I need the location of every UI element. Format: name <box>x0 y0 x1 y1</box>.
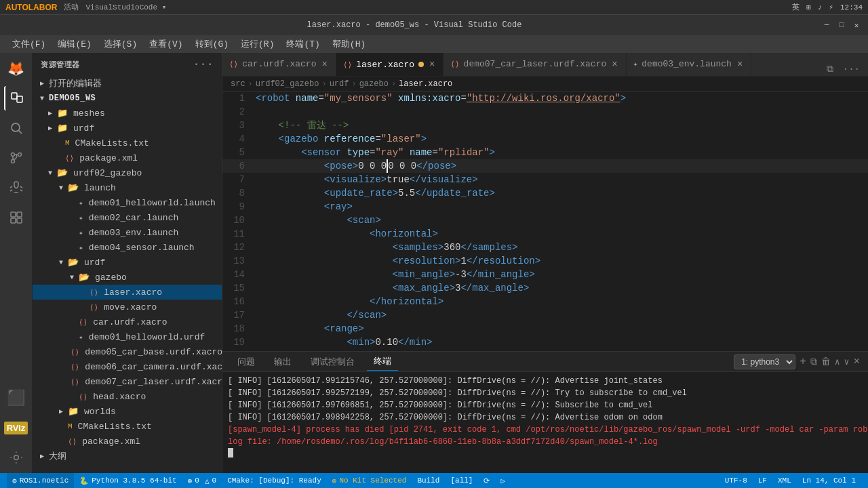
menu-file[interactable]: 文件(F) <box>7 37 51 52</box>
breadcrumb-urdf02[interactable]: urdf02_gazebo <box>256 79 319 89</box>
open-editors-toggle[interactable]: ▶ 打开的编辑器 <box>33 76 222 91</box>
tree-item-car-urdf[interactable]: ⟨⟩ car.urdf.xacro <box>33 314 222 329</box>
panel-scroll-down[interactable]: ∨ <box>844 357 850 367</box>
panel-split-terminal[interactable]: ⧉ <box>810 357 817 367</box>
sys-power[interactable]: ⚡ <box>829 3 833 12</box>
tree-item-pkg1[interactable]: ⟨⟩ package.xml <box>33 150 222 165</box>
menu-terminal[interactable]: 终端(T) <box>281 37 325 52</box>
tab-laser-close[interactable]: × <box>428 60 436 69</box>
tab-demo03-env[interactable]: ✦ demo03_env.launch × <box>627 53 752 76</box>
maximize-button[interactable]: □ <box>837 20 846 30</box>
line-num-14: 14 <box>222 268 253 281</box>
terminal-line-5: [spawn_model-4] process has died [pid 27… <box>228 424 863 436</box>
code-editor[interactable]: 1 <robot name="my_sensors" xmlns:xacro="… <box>222 92 868 351</box>
breadcrumb-sep4: › <box>391 79 396 89</box>
breadcrumb-urdf[interactable]: urdf <box>330 79 349 89</box>
breadcrumb-laser[interactable]: laser.xacro <box>399 79 452 89</box>
tree-item-demo03[interactable]: ✦ demo03_env.launch <box>33 225 222 240</box>
tree-item-worlds[interactable]: ▶ 📁 worlds <box>33 404 222 419</box>
tab-demo03-close[interactable]: × <box>736 60 744 69</box>
tree-item-launch[interactable]: ▼ 📂 launch <box>33 180 222 195</box>
breadcrumb-gazebo[interactable]: gazebo <box>359 79 389 89</box>
sys-lang[interactable]: 英 <box>792 2 800 12</box>
panel-tab-terminal[interactable]: 终端 <box>367 352 398 371</box>
activity-terminal[interactable]: ⬛ <box>4 386 28 410</box>
tab-laser-xacro[interactable]: ⟨⟩ laser.xacro × <box>336 53 443 76</box>
sidebar-more-actions[interactable]: ··· <box>193 58 214 70</box>
tab-car-urdf[interactable]: ⟨⟩ car.urdf.xacro × <box>222 53 336 76</box>
panel-trash[interactable]: 🗑 <box>821 357 831 367</box>
tree-item-meshes[interactable]: ▶ 📁 meshes <box>33 106 222 121</box>
status-errors[interactable]: ⊗ 0 △ 0 <box>182 473 222 488</box>
status-python[interactable]: 🐍 Python 3.8.5 64-bit <box>74 473 182 488</box>
panel-new-terminal[interactable]: + <box>800 356 806 368</box>
tree-item-demo06[interactable]: ⟨⟩ demo06_car_camera.urdf.xacro <box>33 359 222 374</box>
panel-tab-output[interactable]: 输出 <box>267 353 298 371</box>
breadcrumb-src[interactable]: src <box>231 79 245 89</box>
close-button[interactable]: ✕ <box>852 20 861 30</box>
tree-item-head[interactable]: ⟨⟩ head.xacro <box>33 389 222 404</box>
activity-explorer[interactable] <box>4 86 28 110</box>
status-build-all[interactable]: [all] <box>445 473 478 488</box>
sys-volume[interactable]: ♪ <box>818 3 823 12</box>
activity-debug[interactable] <box>4 176 28 200</box>
bottom-panel: 问题 输出 调试控制台 终端 1: python3 + ⧉ 🗑 ∧ ∨ × [ … <box>222 351 868 473</box>
tree-item-pkg2[interactable]: ⟨⟩ package.xml <box>33 434 222 449</box>
tree-item-cmake2[interactable]: M CMakeLists.txt <box>33 419 222 434</box>
tab-demo07-close[interactable]: × <box>610 60 618 69</box>
tree-item-laser[interactable]: ⟨⟩ laser.xacro <box>33 285 222 300</box>
tree-item-move[interactable]: ⟨⟩ move.xacro <box>33 300 222 314</box>
tree-item-cmake1[interactable]: M CMakeLists.txt <box>33 136 222 150</box>
status-build[interactable]: Build <box>412 473 445 488</box>
menu-view[interactable]: 查看(V) <box>144 37 188 52</box>
tab-demo03-icon: ✦ <box>633 60 638 68</box>
tree-item-demo01-urdf[interactable]: ✦ demo01_helloworld.urdf <box>33 329 222 344</box>
panel-close[interactable]: × <box>853 356 860 368</box>
tree-item-urdf-top[interactable]: ▶ 📁 urdf <box>33 121 222 136</box>
terminal-selector[interactable]: 1: python3 <box>734 354 795 369</box>
pkg1-icon: ⟨⟩ <box>65 154 74 163</box>
activity-source-control[interactable] <box>4 146 28 170</box>
tree-item-urdf2[interactable]: ▼ 📂 urdf <box>33 255 222 270</box>
tree-item-urdf02[interactable]: ▼ 📂 urdf02_gazebo <box>33 165 222 180</box>
tab-more-button[interactable]: ··· <box>840 62 863 76</box>
tree-item-demo04[interactable]: ✦ demo04_sensor.launch <box>33 240 222 255</box>
tab-demo07[interactable]: ⟨⟩ demo07_car_laser.urdf.xacro × <box>443 53 626 76</box>
menu-edit[interactable]: 编辑(E) <box>52 37 96 52</box>
autolabor-logo: AUTOLABOR <box>5 3 57 12</box>
status-ros[interactable]: ⚙ ROS1.noetic <box>7 473 74 488</box>
tab-split-button[interactable]: ⧉ <box>824 62 836 76</box>
svg-rect-10 <box>17 218 22 223</box>
sys-network[interactable]: ⊞ <box>806 3 811 12</box>
activity-firefox[interactable]: 🦊 <box>4 56 28 81</box>
tree-item-demo02[interactable]: ✦ demo02_car.launch <box>33 210 222 225</box>
minimize-button[interactable]: ─ <box>822 20 831 30</box>
status-cmake[interactable]: CMake: [Debug]: Ready <box>222 473 327 488</box>
status-no-kit[interactable]: ⊗ No Kit Selected <box>327 473 412 488</box>
tab-laser-icon: ⟨⟩ <box>343 60 352 69</box>
tab-car-urdf-close[interactable]: × <box>320 60 328 69</box>
panel-scroll-up[interactable]: ∧ <box>835 357 840 367</box>
activity-extensions[interactable] <box>4 205 28 230</box>
status-language[interactable]: XML <box>772 473 797 488</box>
tree-item-gazebo[interactable]: ▼ 📂 gazebo <box>33 270 222 285</box>
tree-item-demo07-file[interactable]: ⟨⟩ demo07_car_laser.urdf.xacro <box>33 374 222 389</box>
menu-run[interactable]: 运行(R) <box>235 37 279 52</box>
panel-tab-problems[interactable]: 问题 <box>231 353 262 371</box>
activity-search[interactable] <box>4 116 28 140</box>
tree-item-demo01[interactable]: ✦ demo01_helloworld.launch <box>33 195 222 210</box>
menu-goto[interactable]: 转到(G) <box>190 37 234 52</box>
tree-item-outline[interactable]: ▶ 大纲 <box>33 449 222 464</box>
status-run[interactable]: ▷ <box>495 473 511 488</box>
status-line-endings[interactable]: LF <box>753 473 772 488</box>
menu-help[interactable]: 帮助(H) <box>327 37 371 52</box>
panel-tab-debug[interactable]: 调试控制台 <box>304 353 361 371</box>
status-sync[interactable]: ⟳ <box>478 473 495 488</box>
tree-item-demo05[interactable]: ⟨⟩ demo05_car_base.urdf.xacro <box>33 344 222 359</box>
activity-rviz[interactable]: RViz <box>4 415 28 440</box>
line-content-4: <gazebo reference="laser"> <box>253 132 868 146</box>
menu-select[interactable]: 选择(S) <box>98 37 142 52</box>
tree-root[interactable]: ▼ DEMO05_WS <box>33 91 222 106</box>
status-encoding[interactable]: UTF-8 <box>719 473 753 488</box>
activity-settings[interactable] <box>4 445 28 470</box>
